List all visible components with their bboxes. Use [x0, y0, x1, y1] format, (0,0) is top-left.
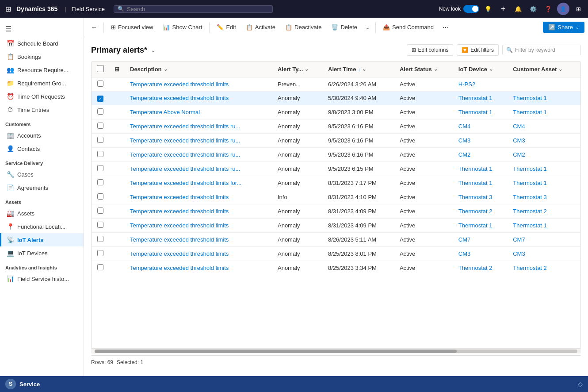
iot-device-link[interactable]: Thermostat 2	[458, 208, 493, 215]
row-checkbox[interactable]	[97, 108, 103, 115]
user-avatar[interactable]: 👤	[557, 3, 569, 15]
row-checkbox[interactable]	[97, 208, 103, 214]
customer-asset-link[interactable]: CM4	[513, 123, 525, 130]
description-link[interactable]: Temperature exceeded threshold limits ru…	[130, 165, 240, 172]
pin-icon[interactable]: ◇	[578, 380, 583, 388]
sidebar-item-requirement-group[interactable]: 📁 Requirement Gro...	[0, 77, 84, 90]
sidebar-item-accounts[interactable]: 🏢 Accounts	[0, 129, 84, 142]
row-checkbox-cell[interactable]	[92, 147, 109, 161]
customer-asset-link[interactable]: CM3	[513, 137, 525, 144]
edit-button[interactable]: ✏️ Edit	[212, 22, 240, 33]
description-link[interactable]: Temperature exceeded threshold limits	[130, 81, 229, 88]
description-link[interactable]: Temperature exceeded threshold limits	[130, 236, 229, 243]
filter-keyword-input-wrapper[interactable]: 🔍	[502, 45, 581, 55]
row-checkbox-cell[interactable]	[92, 105, 109, 119]
iot-device-link[interactable]: Thermostat 2	[458, 265, 493, 271]
iot-device-col-header[interactable]: IoT Device ⌄	[453, 61, 508, 77]
iot-device-link[interactable]: CM3	[458, 137, 470, 144]
customer-asset-link[interactable]: Thermostat 2	[513, 208, 547, 215]
description-link[interactable]: Temperature exceeded threshold limits ru…	[130, 137, 240, 144]
row-checkbox[interactable]	[97, 250, 103, 256]
activate-button[interactable]: 📋 Activate	[241, 22, 280, 33]
back-button[interactable]: ←	[88, 22, 101, 33]
apps-icon[interactable]: ⊞	[572, 3, 584, 15]
customer-asset-link[interactable]: CM2	[513, 151, 525, 158]
hierarchy-col-header[interactable]: ⊞	[109, 61, 125, 77]
customer-asset-link[interactable]: Thermostat 3	[513, 194, 547, 200]
row-checkbox-cell[interactable]	[92, 92, 109, 105]
iot-device-link[interactable]: Thermostat 1	[458, 95, 493, 101]
row-checkbox-cell[interactable]	[92, 161, 109, 176]
row-checkbox-cell[interactable]	[92, 77, 109, 92]
description-link[interactable]: Temperature exceeded threshold limits	[130, 208, 229, 215]
sidebar-item-resource-require[interactable]: 👥 Resource Require...	[0, 63, 84, 77]
more-options-button[interactable]: ⌄	[363, 22, 373, 33]
alert-status-col-header[interactable]: Alert Status ⌄	[394, 61, 453, 77]
sidebar-item-contacts[interactable]: 👤 Contacts	[0, 142, 84, 155]
sidebar-item-schedule-board[interactable]: 📅 Schedule Board	[0, 37, 84, 50]
row-checkbox[interactable]	[97, 137, 103, 143]
settings-icon[interactable]: ⚙️	[527, 3, 539, 15]
overflow-button[interactable]: ⋯	[439, 22, 452, 33]
row-checkbox-cell[interactable]	[92, 232, 109, 246]
plus-icon[interactable]: +	[497, 3, 509, 15]
description-link[interactable]: Temperature exceeded threshold limits	[130, 222, 229, 229]
grid-title-dropdown-icon[interactable]: ⌄	[151, 46, 156, 54]
row-checkbox[interactable]	[97, 123, 103, 129]
description-link[interactable]: Temperature exceeded threshold limits	[130, 194, 229, 200]
description-link[interactable]: Temperature exceeded threshold limits ru…	[130, 123, 240, 130]
description-link[interactable]: Temperature exceeded threshold limits ru…	[130, 151, 240, 158]
edit-filters-button[interactable]: 🔽 Edit filters	[457, 44, 499, 56]
alert-type-col-header[interactable]: Alert Ty... ⌄	[272, 61, 323, 77]
focused-view-button[interactable]: ⊞ Focused view	[107, 22, 157, 33]
sidebar-item-iot-alerts[interactable]: 📡 IoT Alerts	[0, 233, 84, 246]
description-link[interactable]: Temperature exceeded threshold limits	[130, 95, 229, 101]
bell-icon[interactable]: 🔔	[512, 3, 524, 15]
row-checkbox-cell[interactable]	[92, 176, 109, 190]
row-checkbox[interactable]	[97, 222, 103, 228]
scrollbar-track[interactable]	[95, 350, 577, 353]
iot-device-link[interactable]: Thermostat 3	[458, 194, 493, 200]
filter-keyword-input[interactable]	[515, 47, 577, 53]
iot-device-link[interactable]: Thermostat 1	[458, 222, 493, 229]
customer-asset-link[interactable]: Thermostat 1	[513, 222, 547, 229]
sidebar-item-iot-devices[interactable]: 💻 IoT Devices	[0, 246, 84, 260]
search-input[interactable]	[127, 6, 269, 12]
iot-device-link[interactable]: H-PS2	[458, 81, 475, 88]
sidebar-item-time-entries[interactable]: ⏱ Time Entries	[0, 103, 84, 116]
customer-asset-link[interactable]: CM7	[513, 236, 525, 243]
iot-device-link[interactable]: CM7	[458, 236, 470, 243]
row-checkbox-cell[interactable]	[92, 190, 109, 204]
row-checkbox-cell[interactable]	[92, 261, 109, 275]
lightbulb-icon[interactable]: 💡	[482, 3, 494, 15]
sidebar-item-field-service-history[interactable]: 📊 Field Service histo...	[0, 272, 84, 285]
sidebar-toggle[interactable]: ☰	[0, 21, 84, 37]
search-bar[interactable]: 🔍	[114, 5, 273, 13]
description-link[interactable]: Temperature Above Normal	[130, 109, 200, 115]
description-link[interactable]: Temperature exceeded threshold limits	[130, 250, 229, 257]
iot-device-link[interactable]: Thermostat 1	[458, 180, 493, 186]
description-link[interactable]: Temperature exceeded threshold limits fo…	[130, 180, 241, 186]
edit-columns-button[interactable]: ⊞ Edit columns	[407, 44, 454, 56]
sidebar-item-agreements[interactable]: 📄 Agreements	[0, 181, 84, 194]
bottom-nav-service-icon[interactable]: S	[5, 379, 16, 389]
row-checkbox[interactable]	[97, 81, 103, 87]
row-checkbox[interactable]	[97, 165, 103, 171]
sidebar-item-time-off[interactable]: ⏰ Time Off Requests	[0, 90, 84, 103]
select-all-checkbox[interactable]	[97, 65, 104, 72]
show-chart-button[interactable]: 📊 Show Chart	[158, 22, 206, 33]
customer-asset-link[interactable]: Thermostat 2	[513, 265, 547, 271]
customer-asset-col-header[interactable]: Customer Asset ⌄	[508, 61, 580, 77]
scrollbar-thumb[interactable]	[95, 350, 457, 353]
iot-device-link[interactable]: Thermostat 1	[458, 109, 493, 115]
sidebar-item-bookings[interactable]: 📋 Bookings	[0, 50, 84, 63]
row-checkbox-cell[interactable]	[92, 218, 109, 232]
delete-button[interactable]: 🗑️ Delete	[327, 22, 362, 33]
sidebar-item-cases[interactable]: 🔧 Cases	[0, 168, 84, 181]
description-col-header[interactable]: Description ⌄	[125, 61, 272, 77]
customer-asset-link[interactable]: CM3	[513, 250, 525, 257]
help-icon[interactable]: ❓	[542, 3, 554, 15]
iot-device-link[interactable]: Thermostat 1	[458, 165, 493, 172]
waffle-icon[interactable]: ⊞	[4, 3, 13, 15]
row-checkbox[interactable]	[97, 193, 103, 200]
